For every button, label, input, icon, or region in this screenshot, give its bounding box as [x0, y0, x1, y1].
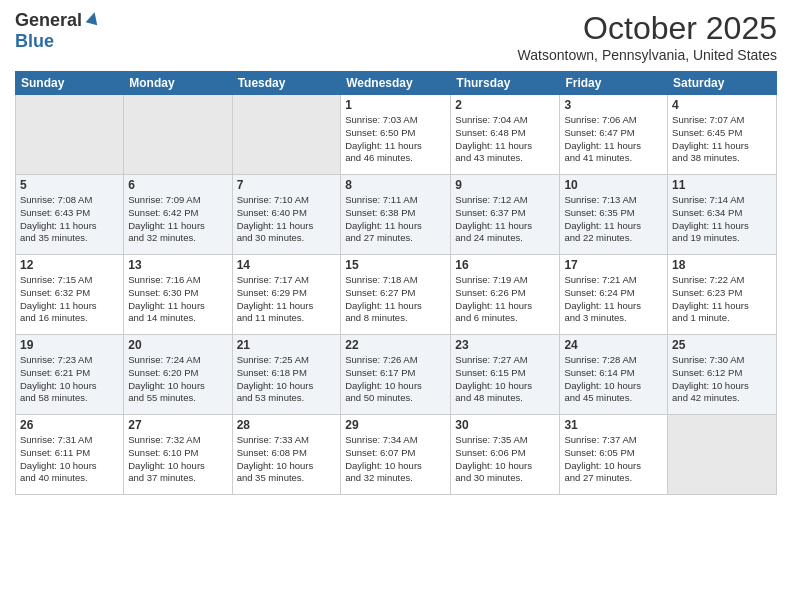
calendar-cell: 3Sunrise: 7:06 AM Sunset: 6:47 PM Daylig… [560, 95, 668, 175]
col-wednesday: Wednesday [341, 72, 451, 95]
calendar-cell: 25Sunrise: 7:30 AM Sunset: 6:12 PM Dayli… [668, 335, 777, 415]
col-saturday: Saturday [668, 72, 777, 95]
calendar-cell [232, 95, 341, 175]
calendar-cell: 2Sunrise: 7:04 AM Sunset: 6:48 PM Daylig… [451, 95, 560, 175]
logo-general-text: General [15, 10, 82, 31]
day-info: Sunrise: 7:25 AM Sunset: 6:18 PM Dayligh… [237, 354, 337, 405]
calendar-cell: 20Sunrise: 7:24 AM Sunset: 6:20 PM Dayli… [124, 335, 232, 415]
day-info: Sunrise: 7:17 AM Sunset: 6:29 PM Dayligh… [237, 274, 337, 325]
day-info: Sunrise: 7:15 AM Sunset: 6:32 PM Dayligh… [20, 274, 119, 325]
day-info: Sunrise: 7:08 AM Sunset: 6:43 PM Dayligh… [20, 194, 119, 245]
day-number: 20 [128, 338, 227, 352]
day-number: 31 [564, 418, 663, 432]
day-number: 22 [345, 338, 446, 352]
week-row-4: 19Sunrise: 7:23 AM Sunset: 6:21 PM Dayli… [16, 335, 777, 415]
logo-blue-text: Blue [15, 31, 54, 51]
calendar-cell: 23Sunrise: 7:27 AM Sunset: 6:15 PM Dayli… [451, 335, 560, 415]
day-number: 12 [20, 258, 119, 272]
day-number: 9 [455, 178, 555, 192]
calendar-cell: 28Sunrise: 7:33 AM Sunset: 6:08 PM Dayli… [232, 415, 341, 495]
calendar-cell: 19Sunrise: 7:23 AM Sunset: 6:21 PM Dayli… [16, 335, 124, 415]
day-number: 18 [672, 258, 772, 272]
col-sunday: Sunday [16, 72, 124, 95]
day-info: Sunrise: 7:11 AM Sunset: 6:38 PM Dayligh… [345, 194, 446, 245]
day-info: Sunrise: 7:23 AM Sunset: 6:21 PM Dayligh… [20, 354, 119, 405]
day-number: 17 [564, 258, 663, 272]
day-number: 29 [345, 418, 446, 432]
day-number: 10 [564, 178, 663, 192]
calendar-cell: 1Sunrise: 7:03 AM Sunset: 6:50 PM Daylig… [341, 95, 451, 175]
col-thursday: Thursday [451, 72, 560, 95]
day-info: Sunrise: 7:03 AM Sunset: 6:50 PM Dayligh… [345, 114, 446, 165]
day-info: Sunrise: 7:35 AM Sunset: 6:06 PM Dayligh… [455, 434, 555, 485]
calendar-cell: 22Sunrise: 7:26 AM Sunset: 6:17 PM Dayli… [341, 335, 451, 415]
calendar-cell: 6Sunrise: 7:09 AM Sunset: 6:42 PM Daylig… [124, 175, 232, 255]
calendar-cell: 5Sunrise: 7:08 AM Sunset: 6:43 PM Daylig… [16, 175, 124, 255]
day-info: Sunrise: 7:14 AM Sunset: 6:34 PM Dayligh… [672, 194, 772, 245]
col-friday: Friday [560, 72, 668, 95]
day-info: Sunrise: 7:30 AM Sunset: 6:12 PM Dayligh… [672, 354, 772, 405]
day-info: Sunrise: 7:12 AM Sunset: 6:37 PM Dayligh… [455, 194, 555, 245]
calendar-cell: 27Sunrise: 7:32 AM Sunset: 6:10 PM Dayli… [124, 415, 232, 495]
calendar-cell: 15Sunrise: 7:18 AM Sunset: 6:27 PM Dayli… [341, 255, 451, 335]
calendar-cell: 11Sunrise: 7:14 AM Sunset: 6:34 PM Dayli… [668, 175, 777, 255]
header: General Blue October 2025 Watsontown, Pe… [15, 10, 777, 63]
title-area: October 2025 Watsontown, Pennsylvania, U… [518, 10, 777, 63]
day-info: Sunrise: 7:34 AM Sunset: 6:07 PM Dayligh… [345, 434, 446, 485]
day-number: 3 [564, 98, 663, 112]
week-row-3: 12Sunrise: 7:15 AM Sunset: 6:32 PM Dayli… [16, 255, 777, 335]
calendar-cell [16, 95, 124, 175]
calendar-cell: 24Sunrise: 7:28 AM Sunset: 6:14 PM Dayli… [560, 335, 668, 415]
day-number: 11 [672, 178, 772, 192]
day-number: 19 [20, 338, 119, 352]
calendar-cell: 8Sunrise: 7:11 AM Sunset: 6:38 PM Daylig… [341, 175, 451, 255]
calendar-cell: 26Sunrise: 7:31 AM Sunset: 6:11 PM Dayli… [16, 415, 124, 495]
calendar-cell: 9Sunrise: 7:12 AM Sunset: 6:37 PM Daylig… [451, 175, 560, 255]
day-number: 16 [455, 258, 555, 272]
day-info: Sunrise: 7:19 AM Sunset: 6:26 PM Dayligh… [455, 274, 555, 325]
day-info: Sunrise: 7:28 AM Sunset: 6:14 PM Dayligh… [564, 354, 663, 405]
calendar-cell: 29Sunrise: 7:34 AM Sunset: 6:07 PM Dayli… [341, 415, 451, 495]
day-number: 23 [455, 338, 555, 352]
day-number: 25 [672, 338, 772, 352]
day-info: Sunrise: 7:24 AM Sunset: 6:20 PM Dayligh… [128, 354, 227, 405]
day-info: Sunrise: 7:13 AM Sunset: 6:35 PM Dayligh… [564, 194, 663, 245]
calendar-cell: 10Sunrise: 7:13 AM Sunset: 6:35 PM Dayli… [560, 175, 668, 255]
day-info: Sunrise: 7:07 AM Sunset: 6:45 PM Dayligh… [672, 114, 772, 165]
calendar-cell: 21Sunrise: 7:25 AM Sunset: 6:18 PM Dayli… [232, 335, 341, 415]
day-number: 1 [345, 98, 446, 112]
day-number: 26 [20, 418, 119, 432]
day-info: Sunrise: 7:21 AM Sunset: 6:24 PM Dayligh… [564, 274, 663, 325]
logo-arrow-icon [85, 10, 101, 30]
day-number: 5 [20, 178, 119, 192]
calendar-header-row: Sunday Monday Tuesday Wednesday Thursday… [16, 72, 777, 95]
day-info: Sunrise: 7:37 AM Sunset: 6:05 PM Dayligh… [564, 434, 663, 485]
calendar-cell: 4Sunrise: 7:07 AM Sunset: 6:45 PM Daylig… [668, 95, 777, 175]
col-tuesday: Tuesday [232, 72, 341, 95]
day-number: 7 [237, 178, 337, 192]
calendar-table: Sunday Monday Tuesday Wednesday Thursday… [15, 71, 777, 495]
day-info: Sunrise: 7:09 AM Sunset: 6:42 PM Dayligh… [128, 194, 227, 245]
day-number: 8 [345, 178, 446, 192]
day-number: 14 [237, 258, 337, 272]
calendar-cell: 31Sunrise: 7:37 AM Sunset: 6:05 PM Dayli… [560, 415, 668, 495]
week-row-5: 26Sunrise: 7:31 AM Sunset: 6:11 PM Dayli… [16, 415, 777, 495]
calendar-cell [124, 95, 232, 175]
col-monday: Monday [124, 72, 232, 95]
month-title: October 2025 [518, 10, 777, 47]
day-number: 2 [455, 98, 555, 112]
day-info: Sunrise: 7:18 AM Sunset: 6:27 PM Dayligh… [345, 274, 446, 325]
day-number: 4 [672, 98, 772, 112]
calendar-cell: 16Sunrise: 7:19 AM Sunset: 6:26 PM Dayli… [451, 255, 560, 335]
day-info: Sunrise: 7:26 AM Sunset: 6:17 PM Dayligh… [345, 354, 446, 405]
calendar-cell: 7Sunrise: 7:10 AM Sunset: 6:40 PM Daylig… [232, 175, 341, 255]
calendar-cell: 18Sunrise: 7:22 AM Sunset: 6:23 PM Dayli… [668, 255, 777, 335]
day-info: Sunrise: 7:04 AM Sunset: 6:48 PM Dayligh… [455, 114, 555, 165]
day-number: 28 [237, 418, 337, 432]
day-info: Sunrise: 7:32 AM Sunset: 6:10 PM Dayligh… [128, 434, 227, 485]
day-number: 21 [237, 338, 337, 352]
day-number: 27 [128, 418, 227, 432]
week-row-2: 5Sunrise: 7:08 AM Sunset: 6:43 PM Daylig… [16, 175, 777, 255]
calendar-cell: 13Sunrise: 7:16 AM Sunset: 6:30 PM Dayli… [124, 255, 232, 335]
calendar-cell: 30Sunrise: 7:35 AM Sunset: 6:06 PM Dayli… [451, 415, 560, 495]
